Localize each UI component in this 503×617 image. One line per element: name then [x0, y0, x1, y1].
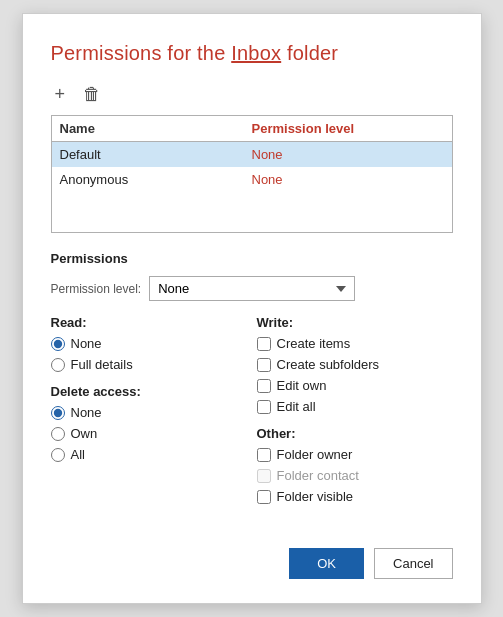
col-perm-header: Permission level	[252, 121, 444, 136]
other-folder-visible-label: Folder visible	[277, 489, 354, 504]
write-title: Write:	[257, 315, 453, 330]
table-row[interactable]: Anonymous None	[52, 167, 452, 192]
read-title: Read:	[51, 315, 247, 330]
write-create-subfolders-checkbox[interactable]	[257, 358, 271, 372]
write-edit-own-checkbox[interactable]	[257, 379, 271, 393]
delete-all-label: All	[71, 447, 85, 462]
permission-level-select[interactable]: None Owner Publishing Editor Editor Publ…	[149, 276, 355, 301]
read-full-label: Full details	[71, 357, 133, 372]
delete-none-radio[interactable]	[51, 406, 65, 420]
cancel-button[interactable]: Cancel	[374, 548, 452, 579]
delete-own-option[interactable]: Own	[51, 426, 247, 441]
delete-all-option[interactable]: All	[51, 447, 247, 462]
delete-radio-group: None Own All	[51, 405, 247, 462]
permission-level-label: Permission level:	[51, 282, 142, 296]
other-checkbox-group: Folder owner Folder contact Folder visib…	[257, 447, 453, 504]
write-edit-own-label: Edit own	[277, 378, 327, 393]
delete-title: Delete access:	[51, 384, 247, 399]
perm-col-right: Write: Create items Create subfolders Ed…	[257, 315, 453, 516]
delete-own-radio[interactable]	[51, 427, 65, 441]
write-edit-all-checkbox[interactable]	[257, 400, 271, 414]
col-name-header: Name	[60, 121, 252, 136]
permissions-section-title: Permissions	[51, 251, 453, 266]
delete-none-label: None	[71, 405, 102, 420]
write-create-items-label: Create items	[277, 336, 351, 351]
other-folder-contact-option[interactable]: Folder contact	[257, 468, 453, 483]
perm-columns: Read: None Full details Delete access:	[51, 315, 453, 516]
read-none-option[interactable]: None	[51, 336, 247, 351]
ok-button[interactable]: OK	[289, 548, 364, 579]
other-folder-owner-label: Folder owner	[277, 447, 353, 462]
perm-col-left: Read: None Full details Delete access:	[51, 315, 257, 516]
table-header: Name Permission level	[52, 116, 452, 142]
other-title: Other:	[257, 426, 453, 441]
write-section: Write: Create items Create subfolders Ed…	[257, 315, 453, 414]
permission-level-row: Permission level: None Owner Publishing …	[51, 276, 453, 301]
delete-none-option[interactable]: None	[51, 405, 247, 420]
permissions-table: Name Permission level Default None Anony…	[51, 115, 453, 233]
row-name: Anonymous	[60, 172, 252, 187]
dialog-footer: OK Cancel	[51, 536, 453, 579]
read-full-radio[interactable]	[51, 358, 65, 372]
other-folder-contact-label: Folder contact	[277, 468, 359, 483]
row-name: Default	[60, 147, 252, 162]
write-edit-all-label: Edit all	[277, 399, 316, 414]
other-folder-owner-option[interactable]: Folder owner	[257, 447, 453, 462]
write-create-subfolders-label: Create subfolders	[277, 357, 380, 372]
other-folder-contact-checkbox[interactable]	[257, 469, 271, 483]
add-button[interactable]: +	[51, 83, 70, 105]
write-checkbox-group: Create items Create subfolders Edit own …	[257, 336, 453, 414]
write-create-items-checkbox[interactable]	[257, 337, 271, 351]
read-none-radio[interactable]	[51, 337, 65, 351]
read-full-option[interactable]: Full details	[51, 357, 247, 372]
other-section: Other: Folder owner Folder contact Folde…	[257, 426, 453, 504]
table-body: Default None Anonymous None	[52, 142, 452, 232]
read-radio-group: None Full details	[51, 336, 247, 372]
permissions-dialog: Permissions for the Inbox folder + 🗑 Nam…	[22, 13, 482, 604]
delete-own-label: Own	[71, 426, 98, 441]
table-row[interactable]: Default None	[52, 142, 452, 167]
delete-all-radio[interactable]	[51, 448, 65, 462]
other-folder-visible-checkbox[interactable]	[257, 490, 271, 504]
write-edit-all-option[interactable]: Edit all	[257, 399, 453, 414]
read-none-label: None	[71, 336, 102, 351]
other-folder-owner-checkbox[interactable]	[257, 448, 271, 462]
row-perm: None	[252, 147, 444, 162]
delete-button[interactable]: 🗑	[79, 83, 105, 105]
row-perm: None	[252, 172, 444, 187]
read-section: Read: None Full details	[51, 315, 247, 372]
delete-section: Delete access: None Own All	[51, 384, 247, 462]
dialog-title: Permissions for the Inbox folder	[51, 42, 453, 65]
toolbar: + 🗑	[51, 83, 453, 105]
other-folder-visible-option[interactable]: Folder visible	[257, 489, 453, 504]
write-create-subfolders-option[interactable]: Create subfolders	[257, 357, 453, 372]
write-edit-own-option[interactable]: Edit own	[257, 378, 453, 393]
write-create-items-option[interactable]: Create items	[257, 336, 453, 351]
